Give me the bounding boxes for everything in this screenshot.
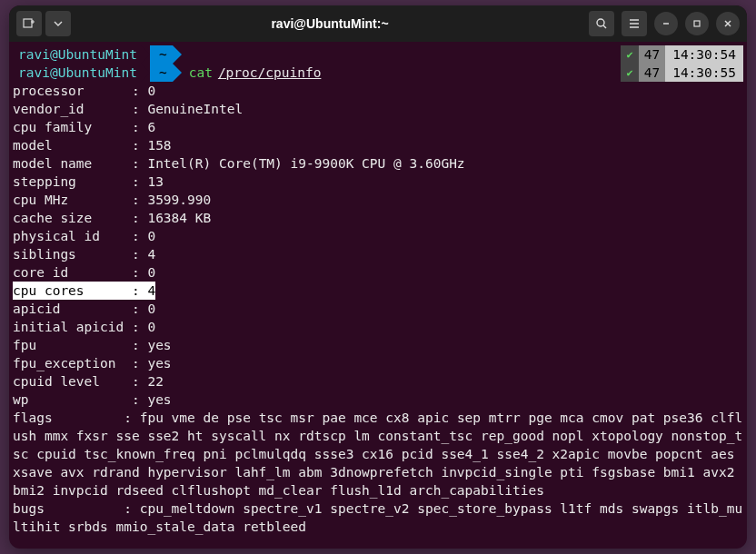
cpuinfo-key: model name	[13, 154, 132, 173]
cpuinfo-row: vendor_id : GenuineIntel	[13, 100, 743, 118]
minimize-button[interactable]	[654, 12, 678, 35]
search-button[interactable]	[589, 11, 614, 36]
titlebar-right	[589, 11, 740, 36]
timestamp: 14:30:54	[665, 45, 743, 64]
prompt-path: ~	[150, 64, 173, 82]
cpuinfo-row: fpu : yes	[13, 336, 743, 354]
cpuinfo-row: cpu family : 6	[13, 118, 743, 136]
cpuinfo-row: processor : 0	[13, 82, 743, 100]
cpuinfo-row: apicid : 0	[13, 300, 743, 318]
cpuinfo-row: physical id : 0	[13, 227, 743, 245]
svg-rect-9	[694, 21, 700, 26]
prompt-status: ✔4714:30:55	[621, 64, 743, 82]
check-icon: ✔	[621, 64, 638, 82]
flags-line: flags : fpu vme de pse tsc msr pae mce c…	[13, 409, 743, 500]
cpuinfo-key: cache size	[13, 209, 132, 227]
cpuinfo-key: physical id	[13, 227, 132, 245]
prompt-line: ravi@UbuntuMint~✔4714:30:54	[13, 45, 743, 64]
cpuinfo-row: model : 158	[13, 136, 743, 154]
cpuinfo-key: vendor_id	[13, 100, 132, 118]
cpuinfo-key: fpu_exception	[13, 354, 132, 372]
cpuinfo-key: processor	[13, 82, 132, 100]
menu-button[interactable]	[622, 11, 647, 36]
svg-point-3	[597, 19, 604, 26]
timestamp: 14:30:55	[665, 64, 743, 82]
bugs-line: bugs : cpu_meltdown spectre_v1 spectre_v…	[13, 500, 743, 536]
status-badge: 47	[639, 64, 665, 82]
cpuinfo-key: stepping	[13, 173, 132, 191]
titlebar-left	[16, 11, 71, 36]
cpuinfo-row: wp : yes	[13, 391, 743, 409]
svg-line-4	[603, 25, 606, 28]
status-badge: 47	[639, 45, 665, 64]
new-tab-button[interactable]	[16, 11, 42, 36]
cpuinfo-key: model	[13, 136, 132, 154]
cpuinfo-key: cpu family	[13, 118, 132, 136]
cpuinfo-row: cache size : 16384 KB	[13, 209, 743, 227]
dropdown-button[interactable]	[45, 11, 71, 36]
prompt-line: ravi@UbuntuMint~cat/proc/cpuinfo✔4714:30…	[13, 64, 743, 82]
close-button[interactable]	[716, 12, 740, 35]
maximize-button[interactable]	[685, 12, 709, 35]
cpuinfo-row: core id : 0	[13, 263, 743, 282]
terminal-body[interactable]: ravi@UbuntuMint~✔4714:30:54ravi@UbuntuMi…	[9, 42, 747, 549]
command-arg: /proc/cpuinfo	[218, 64, 322, 82]
cpuinfo-row: cpu cores : 4	[13, 282, 743, 300]
svg-rect-0	[24, 19, 32, 27]
cpuinfo-key: wp	[13, 391, 132, 409]
terminal-window: ravi@UbuntuMint:~ ravi@UbuntuMint~✔4714:…	[9, 5, 747, 549]
cpuinfo-row: cpuid level : 22	[13, 372, 743, 391]
cpuinfo-row: siblings : 4	[13, 245, 743, 263]
cpuinfo-key: core id	[13, 263, 132, 282]
cpuinfo-row: stepping : 13	[13, 173, 743, 191]
prompt-user: ravi@UbuntuMint	[13, 64, 143, 82]
cpuinfo-row: cpu MHz : 3599.990	[13, 191, 743, 209]
cpuinfo-key: siblings	[13, 245, 132, 263]
cpuinfo-key: initial apicid	[13, 318, 132, 336]
cpuinfo-key-highlight: cpu cores	[13, 282, 132, 300]
cpuinfo-key: cpu MHz	[13, 191, 132, 209]
cpuinfo-key: apicid	[13, 300, 132, 318]
cpuinfo-key: fpu	[13, 336, 132, 354]
prompt-user: ravi@UbuntuMint	[13, 45, 143, 64]
window-title: ravi@UbuntuMint:~	[78, 16, 582, 31]
prompt-status: ✔4714:30:54	[621, 45, 743, 64]
prompt-path: ~	[150, 45, 173, 64]
titlebar: ravi@UbuntuMint:~	[9, 5, 747, 42]
check-icon: ✔	[621, 45, 638, 64]
cpuinfo-row: fpu_exception : yes	[13, 354, 743, 372]
cpuinfo-row: model name : Intel(R) Core(TM) i9-9900K …	[13, 154, 743, 173]
command-name: cat	[189, 64, 213, 82]
cpuinfo-key: cpuid level	[13, 372, 132, 391]
cpuinfo-row: initial apicid : 0	[13, 318, 743, 336]
